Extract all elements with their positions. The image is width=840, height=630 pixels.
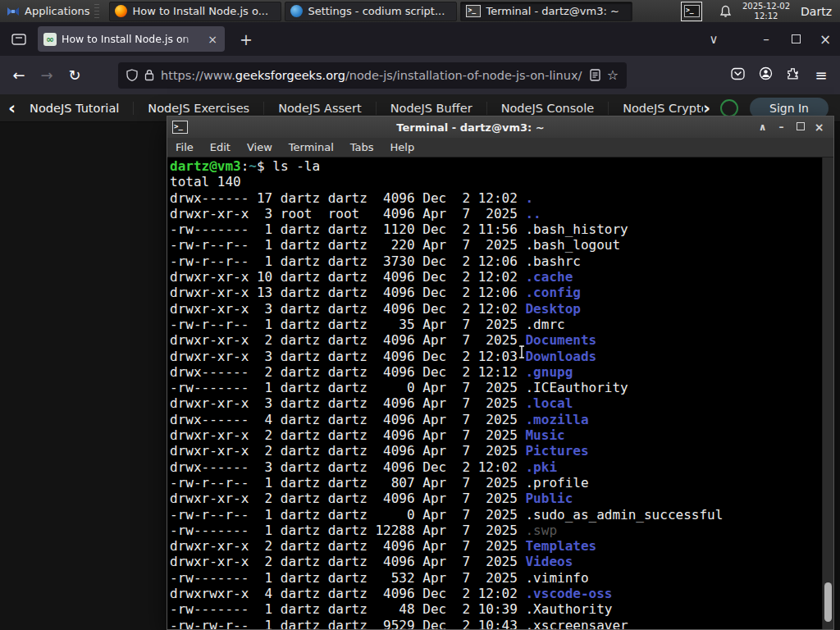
file-attributes: -rw------- 1 dartz dartz 1120 Dec 2 11:5… [170,221,525,237]
toolbar-buttons: ≡ [724,66,835,84]
terminal-listing-row: -rw-r--r-- 1 dartz dartz 0 Apr 7 2025 .s… [170,507,820,523]
terminal-listing-row: drwxr-xr-x 3 dartz dartz 4096 Apr 7 2025… [170,395,820,411]
terminal-window: >_ Terminal - dartz@vm3: ~ ∧ – × FileEdi… [167,116,834,630]
file-attributes: drwxr-xr-x 2 dartz dartz 4096 Apr 7 2025 [170,427,525,443]
taskbar-label: How to Install Node.js o... [132,5,268,17]
directory-name: .vscode-oss [525,586,612,601]
maximize-icon [797,122,805,130]
terminal-listing-row: -rw------- 1 dartz dartz 12288 Apr 7 202… [170,523,820,538]
directory-name: .pki [525,459,557,475]
list-all-tabs-button[interactable]: ∨ [699,32,728,47]
prompt-user-host: dartz@vm3 [170,158,241,174]
terminal-icon: >_ [172,121,188,134]
terminal-title-bar[interactable]: >_ Terminal - dartz@vm3: ~ ∧ – × [167,116,833,138]
file-name: .bash_history [525,221,628,237]
directory-name: Documents [525,332,596,348]
site-nav-item[interactable]: NodeJS Assert [263,102,376,115]
maximize-icon [792,34,801,43]
search-icon[interactable] [720,99,738,117]
window-minimize-button[interactable]: – [751,32,781,47]
pocket-icon[interactable] [724,66,751,84]
site-nav-items: NodeJS TutorialNodeJS ExercisesNodeJS As… [16,102,703,115]
tab-close-icon[interactable]: × [206,33,219,46]
terminal-prompt-line: dartz@vm3:~$ ls -la [170,158,820,174]
terminal-listing-row: -rw-r--r-- 1 dartz dartz 35 Apr 7 2025 .… [170,317,820,332]
site-nav-item[interactable]: NodeJS Crypto [608,102,703,115]
desktop: Applications How to Install Node.js o...… [0,0,840,630]
terminal-shade-button[interactable]: ∧ [753,121,772,133]
terminal-window-title: Terminal - dartz@vm3: ~ [188,121,753,134]
applications-menu-button[interactable]: Applications [0,0,109,22]
reload-button[interactable]: ↻ [61,66,89,84]
nav-scroll-right-icon[interactable]: › [703,99,710,117]
terminal-menu-help[interactable]: Help [382,141,423,153]
terminal-menu-view[interactable]: View [239,141,281,153]
site-nav-item[interactable]: NodeJS Exercises [133,102,263,115]
site-nav-item[interactable]: NodeJS Tutorial [16,102,133,115]
terminal-scrollbar-thumb[interactable] [824,582,832,622]
terminal-menu-tabs[interactable]: Tabs [342,141,382,153]
notification-bell-icon[interactable] [719,5,732,18]
terminal-minimize-button[interactable]: – [772,121,791,133]
terminal-scrollbar[interactable] [822,158,833,629]
file-attributes: -rw------- 1 dartz dartz 12288 Apr 7 202… [170,523,525,538]
terminal-menu-terminal[interactable]: Terminal [281,141,342,153]
nav-scroll-left-icon[interactable]: ‹ [8,99,16,117]
panel-clock[interactable]: 2025-12-02 12:12 [742,2,790,21]
forward-button[interactable]: → [33,66,61,84]
taskbar-button-terminal[interactable]: >_ Terminal - dartz@vm3: ~ [460,2,632,21]
file-attributes: -rw-r--r-- 1 dartz dartz 807 Apr 7 2025 [170,475,525,491]
terminal-listing-row: drwxr-xr-x 2 dartz dartz 4096 Apr 7 2025… [170,443,820,459]
terminal-listing-row: drwx------ 17 dartz dartz 4096 Dec 2 12:… [170,190,820,206]
extensions-puzzle-icon[interactable] [779,66,807,84]
url-text[interactable]: https://www.geeksforgeeks.org/node-js/in… [161,69,583,82]
terminal-menu-edit[interactable]: Edit [202,141,239,153]
terminal-close-button[interactable]: × [810,121,829,134]
url-path: /node-js/installation-of-node-js-on-linu… [345,69,582,82]
file-attributes: drwxr-xr-x 3 dartz dartz 4096 Apr 7 2025 [170,395,525,411]
typed-command: ls -la [272,158,320,174]
account-icon[interactable] [751,66,779,84]
tray-terminal-icon[interactable]: >_ [681,2,702,21]
terminal-body[interactable]: dartz@vm3:~$ ls -la total 140 drwx------… [167,158,833,629]
firefox-view-icon[interactable] [7,27,31,52]
mouse-ibeam-cursor [518,345,526,359]
taskbar-button-codium-settings[interactable]: Settings - codium script... [285,2,457,21]
window-close-button[interactable]: × [810,31,840,48]
terminal-listing-row: drwxr-xr-x 3 dartz dartz 4096 Dec 2 12:0… [170,301,820,317]
file-attributes: drwxr-xr-x 3 dartz dartz 4096 Dec 2 12:0… [170,301,525,317]
hamburger-menu-icon[interactable]: ≡ [807,66,835,84]
terminal-listing-row: -rw------- 1 dartz dartz 48 Dec 2 10:39 … [170,601,820,617]
firefox-navigation-toolbar: ← → ↻ https://www.geeksforgeeks.org/node… [0,56,840,94]
reader-mode-icon[interactable] [590,69,600,81]
file-attributes: drwxr-xr-x 3 root root 4096 Apr 7 2025 [170,206,525,221]
terminal-listing-row: drwxr-xr-x 2 dartz dartz 4096 Apr 7 2025… [170,554,820,569]
directory-name: Desktop [525,301,580,317]
window-maximize-button[interactable] [781,32,810,47]
file-name: .viminfo [525,570,588,586]
terminal-maximize-button[interactable] [791,121,810,133]
terminal-listing-row: -rw-r--r-- 1 dartz dartz 220 Apr 7 2025 … [170,237,820,253]
user-menu[interactable]: Dartz [801,5,832,18]
lock-icon[interactable] [144,69,154,81]
prompt-cwd: ~ [249,158,257,174]
terminal-listing-row: drwxr-xr-x 2 dartz dartz 4096 Apr 7 2025… [170,491,820,506]
prompt-colon: : [241,158,249,174]
file-attributes: drwxr-xr-x 2 dartz dartz 4096 Apr 7 2025 [170,332,525,348]
browser-tab-active[interactable]: ∞ How to Install Node.js on × [38,26,225,52]
file-attributes: -rw-r--r-- 1 dartz dartz 3730 Dec 2 12:0… [170,253,525,269]
site-nav-item[interactable]: NodeJS Console [486,102,609,115]
file-name: .xscreensaver [525,618,628,629]
tracking-shield-icon[interactable] [126,69,138,81]
directory-name: Pictures [525,443,588,459]
site-nav-item[interactable]: NodeJS Buffer [376,102,486,115]
file-name: .ICEauthority [525,380,628,395]
taskbar-button-firefox[interactable]: How to Install Node.js o... [109,2,281,21]
back-button[interactable]: ← [5,66,33,84]
terminal-listing-row: drwx------ 2 dartz dartz 4096 Dec 2 12:1… [170,364,820,380]
bookmark-star-icon[interactable]: ☆ [607,67,619,83]
new-tab-button[interactable]: + [235,30,258,48]
terminal-menu-file[interactable]: File [167,141,202,153]
url-bar[interactable]: https://www.geeksforgeeks.org/node-js/in… [118,62,627,89]
directory-name: Videos [525,554,573,569]
